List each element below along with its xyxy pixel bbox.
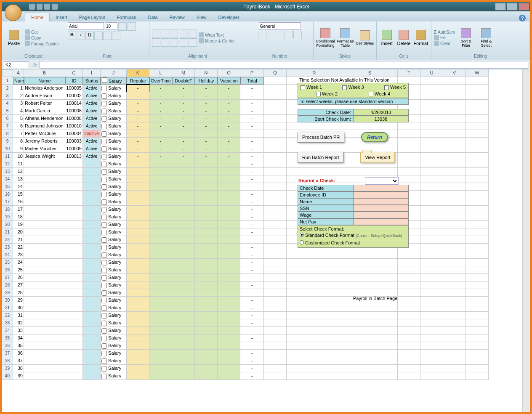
align-left-button[interactable] — [152, 38, 160, 47]
employee-id[interactable]: 100005 — [65, 85, 83, 92]
employee-name[interactable] — [24, 334, 65, 342]
employee-id[interactable]: 100004 — [65, 130, 83, 138]
salary-check[interactable]: Salary — [101, 115, 127, 122]
employee-name[interactable] — [24, 191, 65, 198]
tab-developer[interactable]: Developer — [212, 13, 245, 21]
font-name-combo[interactable] — [68, 22, 104, 30]
employee-name[interactable] — [24, 266, 65, 274]
employee-id[interactable] — [65, 236, 83, 244]
employee-status[interactable] — [83, 357, 101, 365]
maximize-button[interactable] — [507, 3, 518, 11]
employee-name[interactable]: Athena Henderson — [24, 115, 65, 122]
employee-status[interactable] — [83, 160, 101, 168]
employee-name[interactable] — [24, 198, 65, 206]
employee-id[interactable]: 100013 — [65, 153, 83, 160]
help-icon[interactable]: ? — [519, 15, 526, 21]
salary-check[interactable]: Salary — [101, 372, 127, 380]
view-report-button[interactable]: View Report — [360, 152, 395, 163]
employee-id[interactable] — [65, 160, 83, 168]
employee-id[interactable] — [65, 251, 83, 259]
salary-check[interactable]: Salary — [101, 198, 127, 206]
employee-id[interactable] — [65, 244, 83, 251]
employee-name[interactable] — [24, 183, 65, 191]
format-painter-button[interactable]: Format Painter — [25, 41, 59, 46]
salary-check[interactable]: Salary — [101, 122, 127, 130]
employee-status[interactable] — [83, 228, 101, 236]
reprint-name[interactable] — [353, 198, 409, 205]
salary-check[interactable]: Salary — [101, 236, 127, 244]
employee-name[interactable] — [24, 365, 65, 372]
salary-check[interactable]: Salary — [101, 357, 127, 365]
employee-id[interactable] — [65, 259, 83, 266]
employee-status[interactable] — [83, 342, 101, 350]
employee-name[interactable] — [24, 175, 65, 183]
run-batch-report-button[interactable]: Run Batch Report — [298, 152, 343, 163]
employee-id[interactable]: 100010 — [65, 122, 83, 130]
salary-check[interactable]: Salary — [101, 365, 127, 372]
employee-status[interactable]: Inactive — [83, 130, 101, 138]
employee-status[interactable] — [83, 183, 101, 191]
salary-check[interactable]: Salary — [101, 259, 127, 266]
salary-check[interactable]: Salary — [101, 145, 127, 153]
office-button[interactable] — [5, 4, 21, 21]
sort-filter-button[interactable]: Sort & Filter — [457, 28, 475, 48]
salary-check[interactable]: Salary — [101, 107, 127, 115]
employee-name[interactable] — [24, 327, 65, 334]
format-as-table-button[interactable]: Format as Table — [336, 28, 354, 48]
column-headers[interactable]: ABCIJKLMNOPQRSTUVW — [13, 69, 489, 77]
employee-name[interactable] — [24, 297, 65, 304]
employee-name[interactable] — [24, 319, 65, 327]
week1-check[interactable]: Week 1 — [301, 85, 322, 90]
employee-id[interactable] — [65, 198, 83, 206]
salary-check[interactable]: Salary — [101, 228, 127, 236]
employee-name[interactable] — [24, 274, 65, 281]
employee-status[interactable] — [83, 327, 101, 334]
number-format-combo[interactable] — [259, 22, 301, 30]
employee-id[interactable] — [65, 266, 83, 274]
formula-bar[interactable] — [40, 61, 528, 69]
salary-check[interactable]: Salary — [101, 304, 127, 312]
minimize-button[interactable] — [495, 3, 506, 11]
employee-id[interactable] — [65, 312, 83, 319]
salary-check[interactable]: Salary — [101, 175, 127, 183]
employee-status[interactable] — [83, 281, 101, 289]
close-button[interactable] — [519, 3, 529, 11]
cell-styles-button[interactable]: Cell Styles — [356, 30, 374, 45]
employee-status[interactable]: Active — [83, 153, 101, 160]
employee-id[interactable] — [65, 357, 83, 365]
employee-name[interactable]: Robert Feiter — [24, 100, 65, 107]
employee-name[interactable] — [24, 251, 65, 259]
employee-status[interactable] — [83, 312, 101, 319]
employee-status[interactable] — [83, 266, 101, 274]
select-all-corner[interactable] — [2, 69, 13, 77]
employee-status[interactable] — [83, 372, 101, 380]
employee-id[interactable] — [65, 191, 83, 198]
employee-name[interactable] — [24, 228, 65, 236]
employee-id[interactable] — [65, 304, 83, 312]
employee-status[interactable] — [83, 236, 101, 244]
week5-check[interactable]: Week 5 — [384, 85, 406, 90]
quick-access-toolbar[interactable] — [29, 4, 58, 10]
employee-status[interactable] — [83, 244, 101, 251]
employee-id[interactable] — [65, 281, 83, 289]
employee-id[interactable] — [65, 350, 83, 357]
employee-status[interactable]: Active — [83, 92, 101, 100]
employee-name[interactable] — [24, 221, 65, 228]
employee-status[interactable] — [83, 319, 101, 327]
delete-cells-button[interactable]: Delete — [396, 30, 411, 46]
employee-id[interactable] — [65, 168, 83, 175]
employee-name[interactable]: Andrei Elison — [24, 92, 65, 100]
tab-data[interactable]: Data — [142, 13, 163, 21]
employee-id[interactable] — [65, 183, 83, 191]
reprint-ssn[interactable] — [353, 205, 409, 212]
employee-status[interactable]: Active — [83, 100, 101, 107]
employee-status[interactable] — [83, 206, 101, 213]
salary-check[interactable]: Salary — [101, 244, 127, 251]
tab-insert[interactable]: Insert — [50, 13, 73, 21]
wrap-text-button[interactable]: Wrap Text — [199, 32, 235, 37]
employee-status[interactable] — [83, 304, 101, 312]
employee-status[interactable] — [83, 365, 101, 372]
employee-status[interactable]: Active — [83, 138, 101, 145]
salary-check[interactable]: Salary — [101, 289, 127, 297]
vertical-scrollbar[interactable] — [522, 69, 530, 412]
